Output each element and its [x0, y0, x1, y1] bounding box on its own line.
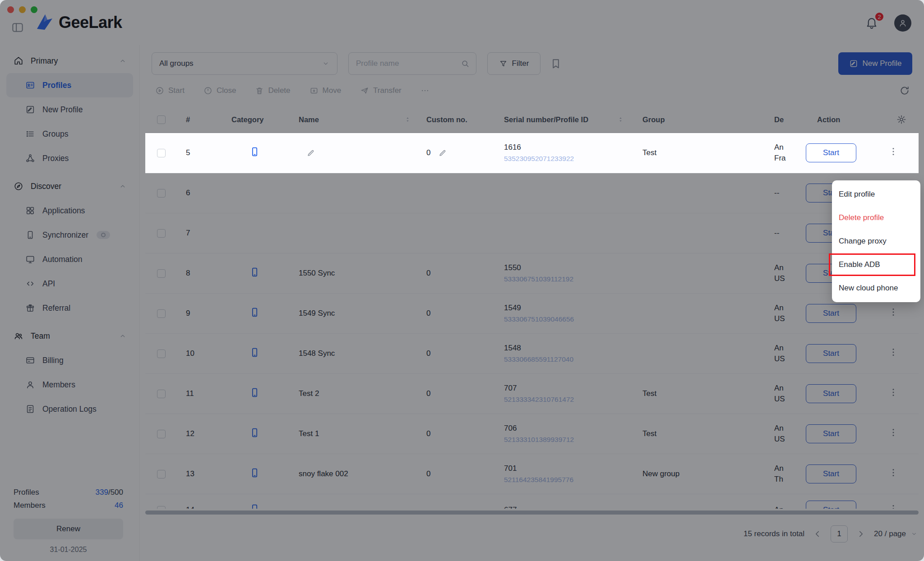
dim-overlay [0, 0, 924, 561]
pencil-icon [306, 148, 315, 158]
menu-item-edit-profile[interactable]: Edit profile [832, 183, 920, 206]
action-cell: Start [806, 143, 919, 162]
app-window: GeeLark 2 PrimaryProfilesNew ProfileGrou… [0, 0, 924, 561]
profile-id: 535230952071233922 [504, 155, 636, 163]
category-cell [217, 146, 294, 160]
row-checkbox[interactable] [157, 149, 166, 157]
row-context-menu: Edit profileDelete profileChange proxyEn… [832, 180, 920, 302]
custom-no-cell: 0 [423, 148, 500, 158]
menu-item-new-cloud-phone[interactable]: New cloud phone [832, 276, 920, 300]
pencil-icon [438, 148, 447, 158]
profile-name-cell [294, 148, 423, 158]
serial-cell: 1616535230952071233922 [500, 143, 636, 163]
menu-item-enable-adb[interactable]: Enable ADB [832, 253, 920, 276]
start-button[interactable]: Start [806, 143, 856, 162]
menu-item-delete-profile[interactable]: Delete profile [832, 206, 920, 230]
profile-row-5: 501616535230952071233922TestAnFraStart [145, 133, 919, 173]
phone-icon [249, 146, 260, 157]
serial-number: 1616 [504, 143, 636, 152]
edit-name-button[interactable] [306, 148, 315, 158]
menu-item-change-proxy[interactable]: Change proxy [832, 230, 920, 253]
group-cell: Test [636, 148, 761, 157]
row-menu-button[interactable] [888, 146, 901, 160]
device-cell: AnFra [761, 142, 806, 164]
edit-custom-no-button[interactable] [438, 148, 447, 158]
row-number: 5 [177, 148, 217, 157]
dots-v-icon [888, 146, 899, 157]
